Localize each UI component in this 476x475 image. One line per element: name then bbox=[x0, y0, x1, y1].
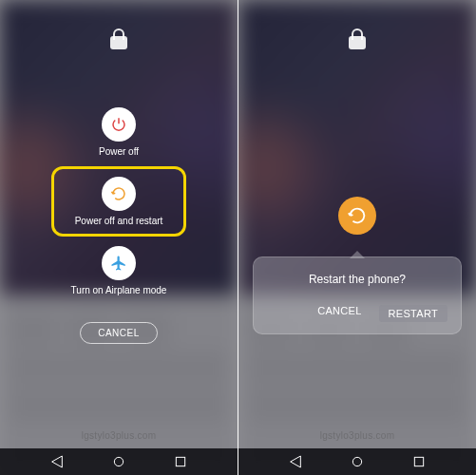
airplane-label: Turn on Airplane mode bbox=[71, 285, 167, 295]
restart-icon-large bbox=[338, 197, 376, 235]
power-off-label: Power off bbox=[99, 146, 139, 157]
airplane-button[interactable] bbox=[102, 246, 136, 280]
svg-rect-1 bbox=[176, 457, 184, 466]
watermark: lgstylo3plus.com bbox=[0, 430, 238, 441]
nav-bar bbox=[238, 448, 476, 475]
restart-item-highlighted[interactable]: Power off and restart bbox=[51, 166, 187, 237]
dialog-title: Restart the phone? bbox=[267, 273, 447, 286]
lock-icon bbox=[110, 28, 127, 49]
dialog-cancel-button[interactable]: CANCEL bbox=[317, 305, 361, 322]
restart-label: Power off and restart bbox=[75, 216, 163, 226]
home-icon[interactable] bbox=[110, 453, 127, 470]
confirm-dialog: Restart the phone? CANCEL RESTART bbox=[253, 256, 462, 334]
back-icon[interactable] bbox=[48, 453, 66, 470]
recent-icon[interactable] bbox=[410, 453, 428, 470]
nav-bar bbox=[0, 448, 238, 475]
power-menu: Power off Power off and restart Turn on … bbox=[51, 102, 187, 301]
lock-icon bbox=[349, 28, 366, 49]
watermark: lgstylo3plus.com bbox=[238, 430, 476, 441]
home-icon[interactable] bbox=[349, 453, 366, 470]
dialog-restart-button[interactable]: RESTART bbox=[379, 305, 447, 322]
screenshot-pair: Power off Power off and restart Turn on … bbox=[0, 0, 476, 475]
back-icon[interactable] bbox=[287, 453, 304, 470]
svg-rect-3 bbox=[414, 457, 423, 466]
svg-point-0 bbox=[114, 457, 123, 466]
svg-point-2 bbox=[352, 457, 361, 466]
airplane-icon bbox=[110, 255, 127, 272]
restart-icon bbox=[110, 185, 127, 202]
airplane-item[interactable]: Turn on Airplane mode bbox=[54, 240, 184, 301]
cancel-button[interactable]: CANCEL bbox=[80, 322, 158, 344]
power-off-button[interactable] bbox=[102, 107, 136, 142]
restart-icon bbox=[347, 205, 368, 226]
power-off-item[interactable]: Power off bbox=[82, 102, 156, 162]
dialog-arrow bbox=[350, 251, 365, 258]
restart-button[interactable] bbox=[102, 177, 136, 211]
recent-icon[interactable] bbox=[172, 453, 189, 470]
power-icon bbox=[110, 116, 127, 133]
left-panel: Power off Power off and restart Turn on … bbox=[0, 0, 238, 475]
right-panel: Restart the phone? CANCEL RESTART lgstyl… bbox=[238, 0, 476, 475]
